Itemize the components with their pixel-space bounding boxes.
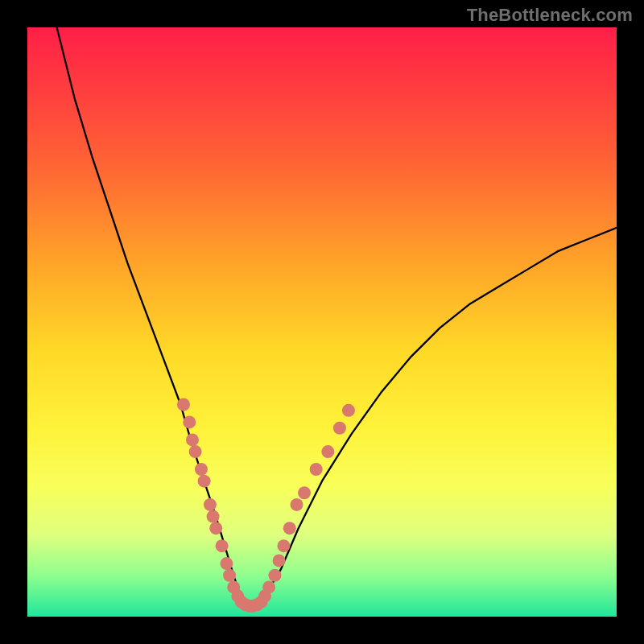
data-dot — [223, 569, 236, 582]
data-dot — [195, 463, 208, 476]
data-dot — [186, 433, 199, 446]
bottleneck-curve — [57, 27, 617, 608]
data-dot — [216, 539, 229, 552]
data-dot — [291, 498, 303, 511]
data-dot — [310, 463, 323, 476]
data-dot — [189, 445, 202, 458]
chart-svg — [27, 27, 617, 617]
data-dot — [220, 557, 233, 570]
data-dot — [333, 422, 346, 435]
data-dot — [342, 404, 355, 417]
data-dot — [321, 445, 334, 458]
data-dot — [207, 510, 220, 523]
data-dot — [198, 475, 211, 488]
data-dot — [268, 569, 281, 582]
data-dot — [209, 522, 222, 535]
data-dot — [262, 580, 275, 593]
data-dot — [298, 486, 311, 499]
watermark-text: TheBottleneck.com — [467, 5, 633, 26]
data-dot — [273, 554, 286, 567]
data-dot — [183, 415, 196, 428]
chart-frame: TheBottleneck.com — [0, 0, 644, 644]
plot-area — [27, 27, 617, 617]
data-dot — [283, 522, 296, 535]
data-dot — [204, 498, 217, 511]
data-dot — [177, 398, 190, 411]
data-dot — [277, 539, 290, 552]
